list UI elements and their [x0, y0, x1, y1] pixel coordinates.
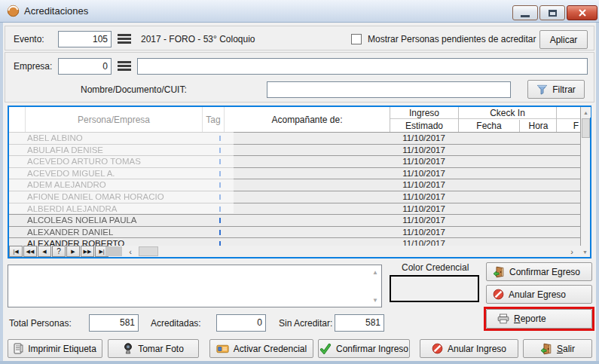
table-row[interactable]: ABEL ALBINO 11/10/2017 [9, 133, 580, 145]
table-row[interactable]: ACEVEDO ARTURO TOMAS 11/10/2017 [9, 156, 580, 168]
grid-rows[interactable]: ABEL ALBINO 11/10/2017 ABULAFIA DENISE 1… [9, 133, 580, 246]
empresa-label: Empresa: [14, 61, 52, 72]
grid-vertical-scrollbar[interactable]: ▲ [580, 107, 590, 246]
next-group-spacer [557, 107, 580, 119]
anular-egreso-button[interactable]: Anular Egreso [486, 285, 592, 304]
anular-ingreso-label: Anular Ingreso [448, 344, 506, 354]
col-tag-header[interactable]: Tag [202, 107, 224, 132]
salir-button[interactable]: Salir [523, 339, 592, 358]
checkin-fecha-label: Fecha [459, 120, 519, 132]
table-row[interactable]: ACEVEDO MIGUEL A. 11/10/2017 [9, 168, 580, 180]
scroll-up-icon[interactable]: ▲ [581, 107, 591, 118]
ingreso-estimado-cell: 11/10/2017 [390, 191, 458, 203]
table-row[interactable]: ABULAFIA DENISE 11/10/2017 [9, 145, 580, 157]
nombre-documento-input[interactable] [267, 81, 511, 98]
persona-cell: ALEXANDER ROBERTO [27, 238, 200, 246]
checkmark-icon [319, 343, 332, 354]
persona-cell: ALEXANDER DANIEL [27, 227, 200, 238]
tag-mark [219, 159, 221, 164]
table-row[interactable]: ALEXANDER DANIEL 11/10/2017 [9, 227, 580, 239]
confirmar-egreso-button[interactable]: Confirmar Egreso [486, 262, 592, 281]
col-next-partial-header[interactable]: F [556, 107, 580, 132]
table-row[interactable]: ALBERDI ALEJANDRA 11/10/2017 [9, 203, 580, 216]
tag-mark [219, 171, 221, 176]
ingreso-estimado-cell: 11/10/2017 [390, 145, 458, 156]
empresa-lookup-icon[interactable] [118, 61, 131, 71]
title-bar[interactable]: Acreditaciones [0, 0, 599, 23]
checkin-group-label: Ckeck In [459, 107, 556, 119]
imprimir-etiqueta-button[interactable]: Imprimir Etiqueta [8, 339, 102, 358]
tag-mark [219, 148, 221, 153]
persona-cell: AFIONE DANIEL OMAR HORACIO [27, 191, 200, 203]
minimize-button[interactable] [512, 5, 538, 20]
grid-bottom-bar: |◀ ◀◀ ◀ ? ▶ ▶▶ ▶| ‹ › ▼ [9, 246, 590, 257]
scroll-down-icon[interactable]: ▼ [580, 246, 590, 257]
ingreso-estimado-cell: 11/10/2017 [390, 168, 458, 179]
nav-help-button[interactable]: ? [52, 246, 66, 257]
color-credencial-label: Color Credencial [402, 262, 469, 273]
col-persona-header[interactable]: Persona/Empresa [25, 107, 202, 132]
persona-cell: ACEVEDO MIGUEL A. [27, 168, 200, 179]
app-icon [7, 5, 20, 17]
filtrar-label: Filtrar [552, 84, 576, 95]
activar-credencial-button[interactable]: Activar Credencial [209, 339, 313, 358]
table-row[interactable]: ALCOLEAS NOELIA PAULA 11/10/2017 [9, 215, 580, 227]
tomar-foto-label: Tomar Foto [138, 344, 184, 354]
col-checkin-group-header[interactable]: Ckeck In Fecha Hora [458, 107, 556, 132]
maximize-button[interactable] [539, 5, 565, 20]
table-row[interactable]: AFIONE DANIEL OMAR HORACIO 11/10/2017 [9, 191, 580, 203]
col-ingreso-header[interactable]: Ingreso Estimado [390, 107, 458, 132]
persona-cell: ABULAFIA DENISE [27, 145, 200, 156]
close-button[interactable] [567, 5, 597, 20]
reporte-button[interactable]: Reporte [486, 309, 592, 329]
tomar-foto-button[interactable]: Tomar Foto [108, 339, 199, 358]
filtrar-button[interactable]: Filtrar [527, 80, 585, 99]
empresa-input[interactable]: 0 [58, 58, 112, 75]
grid-header: Persona/Empresa Tag Acompañante de: Ingr… [9, 107, 580, 133]
hscroll-right-icon[interactable]: › [567, 246, 577, 257]
evento-lookup-icon[interactable] [118, 34, 131, 44]
anular-ingreso-button[interactable]: Anular Ingreso [420, 339, 518, 358]
tag-mark [219, 206, 221, 212]
personas-grid[interactable]: Persona/Empresa Tag Acompañante de: Ingr… [8, 106, 591, 258]
empresa-descripcion-field [137, 58, 588, 75]
printer-icon [497, 314, 509, 324]
reporte-label: eporte [521, 314, 546, 324]
nombre-documento-label: Nombre/Documento/CUIT: [81, 84, 187, 95]
mostrar-pendientes-checkbox[interactable] [351, 34, 362, 44]
nav-prior-page-button[interactable]: ◀◀ [23, 246, 37, 257]
ingreso-estimado-cell: 11/10/2017 [390, 133, 458, 144]
tag-mark [219, 218, 221, 223]
nav-prior-button[interactable]: ◀ [38, 246, 51, 257]
nav-next-page-button[interactable]: ▶▶ [81, 246, 94, 257]
textarea-scroll-down-icon[interactable]: ▼ [371, 295, 380, 304]
activar-credencial-label: Activar Credencial [234, 344, 307, 354]
hscroll-left-icon[interactable]: ‹ [125, 246, 136, 257]
close-icon [578, 9, 587, 17]
ingreso-estimado-cell: 11/10/2017 [390, 215, 458, 226]
nav-next-button[interactable]: ▶ [66, 246, 80, 257]
confirmar-ingreso-button[interactable]: Confirmar Ingreso [318, 339, 410, 358]
imprimir-etiqueta-label: Imprimir Etiqueta [28, 344, 96, 354]
col-acompanante-header[interactable]: Acompañante de: [224, 107, 390, 132]
acreditadas-value: 0 [216, 314, 266, 332]
table-row[interactable]: ADEM ALEJANDRO 11/10/2017 [9, 179, 580, 191]
ingreso-estimado-cell: 11/10/2017 [390, 156, 458, 167]
tag-mark [219, 194, 221, 200]
evento-label: Evento: [14, 34, 44, 44]
aplicar-button[interactable]: Aplicar [539, 30, 588, 49]
col-indicator-header[interactable] [9, 107, 25, 132]
acreditaciones-window: Acreditaciones Evento: 105 2017 - FORO -… [0, 0, 599, 364]
textarea-scroll-up-icon[interactable]: ▲ [371, 268, 380, 277]
vertical-scroll-thumb[interactable] [582, 118, 590, 138]
anular-egreso-label: Anular Egreso [509, 289, 566, 300]
table-row[interactable]: ALEXANDER ROBERTO 11/10/2017 [9, 238, 580, 246]
observaciones-textarea[interactable]: ▲ ▼ [8, 265, 382, 307]
persona-cell: ACEVEDO ARTURO TOMAS [27, 156, 200, 167]
nav-first-button[interactable]: |◀ [9, 246, 23, 257]
evento-input[interactable]: 105 [58, 31, 112, 47]
horizontal-scroll-thumb[interactable] [139, 246, 158, 256]
prohibition-icon [493, 289, 504, 300]
sin-acreditar-label: Sin Acreditar: [279, 318, 332, 329]
persona-cell: ADEM ALEJANDRO [27, 179, 200, 191]
